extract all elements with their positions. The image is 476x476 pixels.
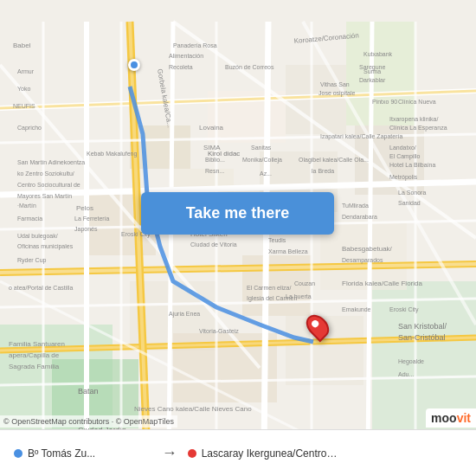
route-arrow-icon: →: [158, 444, 181, 462]
map-attribution: © OpenStreetMap contributors · © OpenMap…: [0, 415, 177, 428]
to-dot-icon: [188, 449, 196, 458]
svg-text:Alimentación: Alimentación: [169, 53, 203, 59]
svg-text:Kebab Makalufeng: Kebab Makalufeng: [87, 151, 137, 158]
svg-text:Biblio...: Biblio...: [205, 157, 225, 163]
svg-text:NEUFIS: NEUFIS: [13, 103, 35, 109]
bottom-navigation-bar: Bº Tomás Zu... → Lascaray Ikergunea/Cent…: [0, 429, 476, 476]
svg-text:Metrópolis: Metrópolis: [389, 174, 418, 181]
svg-text:Japonés: Japonés: [74, 226, 98, 233]
svg-text:Teudis: Teudis: [268, 237, 286, 243]
svg-text:ko Zentro Soziokultu/: ko Zentro Soziokultu/: [17, 170, 74, 177]
svg-text:Couzan: Couzan: [294, 280, 315, 286]
svg-text:San-Cristóbal: San-Cristóbal: [398, 333, 446, 342]
start-location-marker: [128, 59, 140, 71]
to-label: Lascaray Ikergunea/Centro De In...: [202, 447, 340, 460]
svg-text:Adu...: Adu...: [398, 371, 414, 377]
svg-text:Farmacia: Farmacia: [17, 215, 42, 222]
svg-text:San Martín Adinekoentza: San Martín Adinekoentza: [17, 159, 85, 165]
svg-text:o atea/Portal de Castilla: o atea/Portal de Castilla: [9, 285, 73, 291]
svg-text:Florida kalea/Calle Florida: Florida kalea/Calle Florida: [342, 280, 422, 287]
svg-text:Darkablar: Darkablar: [359, 77, 386, 83]
svg-line-24: [169, 22, 173, 454]
svg-text:Vitoria-Gasteiz: Vitoria-Gasteiz: [199, 328, 239, 334]
svg-text:Izapatari kalea/Calle Zapaterí: Izapatari kalea/Calle Zapatería: [320, 133, 402, 140]
take-me-there-button[interactable]: Take me there: [141, 192, 334, 235]
svg-text:Centro Sociocultural de: Centro Sociocultural de: [17, 182, 80, 188]
destination-marker: [308, 313, 327, 339]
moovit-logo: moovit: [426, 408, 476, 428]
svg-text:Armur: Armur: [17, 68, 35, 74]
svg-text:Familia Santuaren: Familia Santuaren: [9, 340, 65, 348]
svg-text:Monika/Colleja: Monika/Colleja: [242, 157, 282, 164]
svg-text:Udal bulegoak/: Udal bulegoak/: [17, 233, 58, 240]
svg-text:Lovaina: Lovaina: [199, 124, 224, 132]
svg-text:Sagrada Familia: Sagrada Familia: [9, 363, 60, 370]
svg-text:Capricho: Capricho: [17, 125, 42, 132]
svg-text:Desamparados: Desamparados: [342, 257, 383, 264]
svg-text:Vithas San: Vithas San: [320, 81, 350, 87]
svg-text:Panadería Rosa: Panadería Rosa: [173, 42, 217, 48]
svg-text:Nieves Cano kalea/Calle Nieves: Nieves Cano kalea/Calle Nieves Cano: [134, 405, 252, 413]
svg-text:Buzón de Correos: Buzón de Correos: [225, 64, 274, 70]
map-svg: Koroatze/Coronación Surina Babel Armur Y…: [0, 0, 476, 476]
svg-text:Clínica La Esperanza: Clínica La Esperanza: [389, 125, 447, 132]
svg-text:Oficinas municipales: Oficinas municipales: [17, 243, 74, 250]
svg-text:Hegoalde: Hegoalde: [398, 358, 424, 365]
svg-text:Clínica Nueva: Clínica Nueva: [398, 99, 436, 105]
svg-text:Sanidad: Sanidad: [398, 200, 421, 206]
svg-text:apera/Capilla de: apera/Capilla de: [9, 351, 60, 359]
svg-text:Az...: Az...: [260, 170, 272, 177]
svg-text:La Sonora: La Sonora: [398, 190, 426, 196]
svg-text:Eroski City: Eroski City: [389, 306, 419, 313]
svg-text:Ciudad de Vitoria: Ciudad de Vitoria: [190, 241, 237, 248]
svg-text:El Carmen eliza/: El Carmen eliza/: [247, 285, 291, 291]
route-to[interactable]: Lascaray Ikergunea/Centro De In...: [181, 447, 469, 460]
svg-text:TuMlirada: TuMlirada: [342, 203, 369, 209]
svg-text:Pelos: Pelos: [76, 204, 93, 212]
svg-text:Sanitas: Sanitas: [251, 145, 272, 151]
svg-text:Saregune: Saregune: [359, 64, 385, 71]
svg-text:Landatxo/: Landatxo/: [389, 145, 416, 151]
svg-text:Xarma Belleza: Xarma Belleza: [268, 248, 308, 254]
svg-rect-2: [372, 281, 476, 454]
svg-text:Ryder Cup: Ryder Cup: [17, 257, 47, 264]
svg-text:Emakunde: Emakunde: [342, 306, 371, 312]
svg-text:Resn...: Resn...: [205, 168, 224, 174]
svg-text:Recoleta: Recoleta: [169, 64, 193, 70]
map-container: Koroatze/Coronación Surina Babel Armur Y…: [0, 0, 476, 476]
map-area: Koroatze/Coronación Surina Babel Armur Y…: [0, 0, 476, 476]
from-label: Bº Tomás Zu...: [28, 447, 95, 460]
svg-text:La Ferretería: La Ferretería: [74, 215, 110, 222]
svg-text:El Campillo: El Campillo: [389, 153, 421, 160]
from-dot-icon: [14, 449, 23, 458]
svg-text:·Martín: ·Martín: [17, 203, 36, 209]
svg-text:la Breda: la Breda: [312, 168, 334, 174]
svg-text:Batan: Batan: [78, 387, 99, 396]
svg-text:Olagibel kalea/Calle Ola...: Olagibel kalea/Calle Ola...: [299, 157, 369, 164]
svg-text:Kutxabank: Kutxabank: [363, 51, 393, 57]
svg-text:Babel: Babel: [13, 42, 31, 49]
svg-text:Babesgabetuak/: Babesgabetuak/: [342, 245, 393, 253]
svg-text:Mayores San Martín: Mayores San Martín: [17, 193, 72, 200]
route-from[interactable]: Bº Tomás Zu...: [7, 447, 158, 460]
svg-text:Dendarabara: Dendarabara: [342, 214, 377, 220]
svg-text:Yoko: Yoko: [17, 86, 30, 92]
svg-text:Iglesia del Carmen: Iglesia del Carmen: [247, 295, 297, 302]
svg-text:San Kristobal/: San Kristobal/: [398, 322, 447, 331]
svg-text:Kirol didac: Kirol didac: [208, 150, 240, 158]
svg-text:Ajuria Enea: Ajuria Enea: [169, 311, 200, 318]
svg-text:Pintxo 90: Pintxo 90: [372, 99, 397, 105]
svg-text:Jose osipitale: Jose osipitale: [318, 90, 356, 97]
svg-text:Itxaropena klinika/: Itxaropena klinika/: [389, 116, 438, 123]
svg-text:Hotel La Bilbaína: Hotel La Bilbaína: [389, 162, 435, 168]
